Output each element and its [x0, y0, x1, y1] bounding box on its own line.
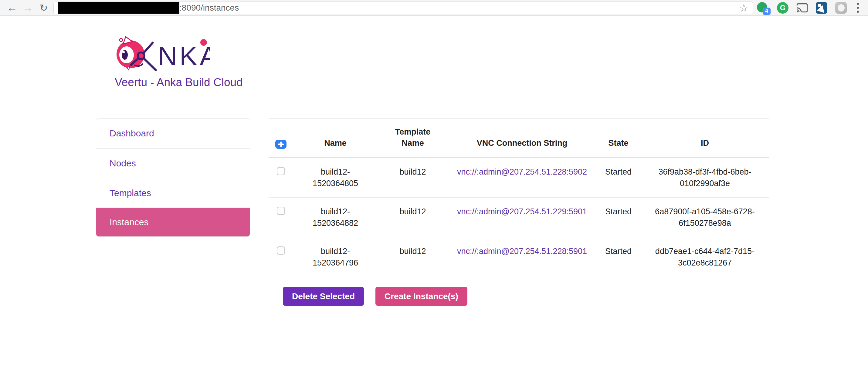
forward-icon: →	[20, 1, 36, 15]
extension-icons: 4 G	[756, 1, 864, 14]
sidebar-item-label: Templates	[110, 188, 151, 198]
sidebar-item-templates[interactable]: Templates	[96, 178, 250, 208]
table-row: build12-1520364882 build12 vnc://:admin@…	[269, 198, 769, 237]
cell-name: build12-1520364796	[293, 237, 378, 277]
grammarly-extension-icon[interactable]: G	[776, 1, 789, 14]
blue-extension-icon[interactable]	[815, 1, 828, 14]
column-header-id: ID	[640, 119, 769, 158]
create-instances-button[interactable]: Create Instance(s)	[375, 287, 467, 306]
column-header-vnc: VNC Connection String	[448, 119, 596, 158]
green-dot-extension-icon[interactable]: 4	[756, 1, 770, 14]
browser-toolbar: ← → ↻ :8090/instances ☆ 4 G	[0, 0, 868, 16]
cell-vnc: vnc://:admin@207.254.51.228:5902	[448, 158, 596, 198]
cell-template-name: build12	[378, 158, 448, 198]
column-header-template-name: Template Name	[378, 119, 448, 158]
cell-vnc: vnc://:admin@207.254.51.229:5901	[448, 198, 596, 237]
grey-square-icon	[835, 2, 847, 14]
page-body: NKA Veertu - Anka Build Cloud Dashboard …	[0, 16, 868, 370]
action-buttons: Delete Selected Create Instance(s)	[283, 287, 467, 306]
logo-a-dot	[200, 39, 207, 46]
column-header-state: State	[596, 119, 640, 158]
page-title: Veertu - Anka Build Cloud	[115, 76, 243, 89]
sidebar-item-nodes[interactable]: Nodes	[96, 148, 250, 178]
table-row: build12-1520364805 build12 vnc://:admin@…	[269, 158, 769, 198]
cast-extension-icon[interactable]	[796, 1, 809, 14]
cell-vnc: vnc://:admin@207.254.51.228:5901	[448, 237, 596, 277]
cell-template-name: build12	[378, 237, 448, 277]
cell-id: 36f9ab38-df3f-4fbd-6beb-010f2990af3e	[640, 158, 769, 198]
vnc-link[interactable]: vnc://:admin@207.254.51.229:5901	[457, 207, 587, 216]
add-select-all-button[interactable]	[275, 140, 286, 149]
cell-state: Started	[596, 198, 640, 237]
sidebar-item-label: Instances	[110, 217, 148, 227]
select-all-header	[269, 119, 293, 158]
sidebar-item-label: Nodes	[110, 158, 136, 169]
row-checkbox[interactable]	[277, 246, 285, 255]
cell-name: build12-1520364805	[293, 158, 378, 198]
instances-table: Name Template Name VNC Connection String…	[269, 118, 769, 277]
logo-ring	[138, 53, 145, 59]
table-row: build12-1520364796 build12 vnc://:admin@…	[269, 237, 769, 277]
delete-selected-button[interactable]: Delete Selected	[283, 287, 364, 306]
extension-badge: 4	[763, 8, 771, 15]
sidebar-item-dashboard[interactable]: Dashboard	[96, 119, 250, 148]
cast-icon	[796, 3, 808, 13]
back-icon[interactable]: ←	[4, 1, 20, 15]
redacted-host-block	[58, 2, 179, 14]
cell-template-name: build12	[378, 198, 448, 237]
blue-square-icon	[816, 2, 827, 14]
row-checkbox[interactable]	[277, 207, 285, 215]
address-bar[interactable]: :8090/instances ☆	[54, 2, 753, 14]
grey-extension-icon[interactable]	[834, 1, 848, 14]
cell-id: ddb7eae1-c644-4af2-7d15-3c02e8c81267	[640, 237, 769, 277]
bookmark-star-icon[interactable]: ☆	[739, 3, 748, 13]
grammarly-icon: G	[777, 2, 788, 14]
cell-name: build12-1520364882	[293, 198, 378, 237]
sidebar-item-label: Dashboard	[110, 128, 154, 138]
anka-logo: NKA	[113, 35, 210, 75]
row-checkbox[interactable]	[277, 167, 285, 175]
vnc-link[interactable]: vnc://:admin@207.254.51.228:5901	[457, 247, 587, 256]
cell-state: Started	[596, 158, 640, 198]
browser-menu-icon[interactable]	[854, 2, 862, 14]
url-text[interactable]: :8090/instances	[179, 3, 239, 13]
table-header-row: Name Template Name VNC Connection String…	[269, 119, 769, 158]
sidebar-nav: Dashboard Nodes Templates Instances	[96, 118, 250, 237]
cell-id: 6a87900f-a105-458e-6728-6f150278e98a	[640, 198, 769, 237]
reload-icon[interactable]: ↻	[36, 1, 52, 15]
cell-state: Started	[596, 237, 640, 277]
column-header-name: Name	[293, 119, 378, 158]
sidebar-item-instances[interactable]: Instances	[96, 208, 250, 236]
vnc-link[interactable]: vnc://:admin@207.254.51.228:5902	[457, 167, 587, 176]
